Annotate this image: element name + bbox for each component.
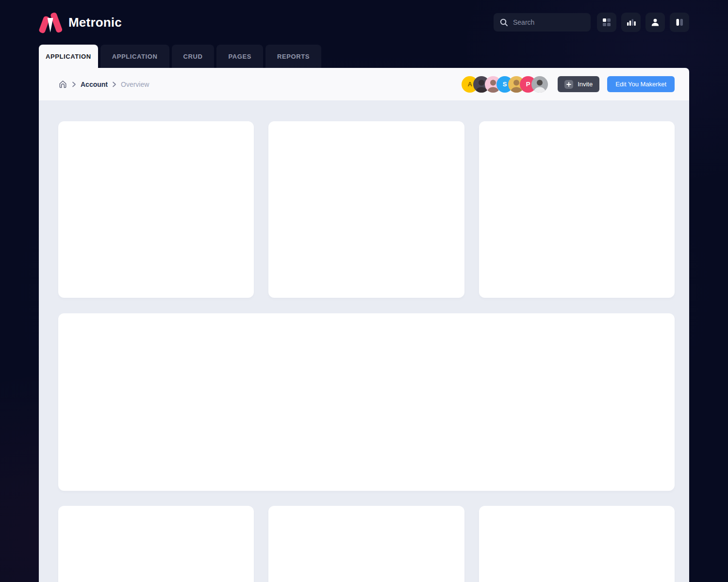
chevron-right-icon	[72, 81, 76, 87]
avatar-initial-label: S	[503, 81, 507, 88]
apps-grid-button[interactable]	[597, 13, 616, 32]
toolbar: Account Overview A	[39, 68, 689, 100]
card-row-bottom	[58, 506, 675, 582]
tab-reports[interactable]: REPORTS	[265, 45, 321, 68]
content-area	[39, 100, 689, 582]
placeholder-card	[58, 121, 254, 298]
placeholder-card	[479, 506, 675, 582]
placeholder-card	[58, 506, 254, 582]
bar-chart-icon	[626, 17, 636, 28]
placeholder-card	[268, 506, 464, 582]
tab-pages[interactable]: PAGES	[216, 45, 263, 68]
avatar-initial-label: A	[467, 81, 472, 88]
toolbar-actions: A S	[462, 76, 675, 93]
invite-label: Invite	[578, 81, 593, 88]
app-header: Metronic	[0, 0, 728, 45]
search-box	[494, 13, 591, 32]
plus-icon	[564, 80, 573, 89]
avatar-photo-4[interactable]	[531, 76, 548, 93]
search-input[interactable]	[513, 18, 581, 26]
breadcrumb-overview: Overview	[121, 81, 149, 88]
chevron-right-icon	[112, 81, 116, 87]
person-photo-icon	[531, 76, 548, 93]
tab-application[interactable]: APPLICATION	[100, 45, 169, 68]
placeholder-card	[479, 121, 675, 298]
avatar-group: A S	[462, 76, 548, 93]
layout-columns-button[interactable]	[670, 13, 689, 32]
placeholder-card-wide	[58, 313, 675, 491]
breadcrumb: Account Overview	[58, 80, 149, 89]
home-icon[interactable]	[58, 80, 67, 89]
brand-name: Metronic	[68, 15, 122, 30]
user-icon	[650, 17, 661, 28]
avatar-initial-label: P	[526, 81, 530, 88]
breadcrumb-account[interactable]: Account	[81, 81, 108, 88]
layout-columns-icon	[674, 17, 685, 28]
page-tabbar: APPLICATION APPLICATION CRUD PAGES REPOR…	[39, 45, 728, 68]
placeholder-card	[268, 121, 464, 298]
apps-grid-icon	[601, 17, 612, 28]
tab-crud[interactable]: CRUD	[172, 45, 215, 68]
edit-market-button[interactable]: Edit You Makerket	[607, 76, 675, 92]
search-icon	[499, 18, 508, 27]
bar-chart-button[interactable]	[621, 13, 641, 32]
brand-logo[interactable]: Metronic	[39, 12, 122, 33]
card-row-top	[58, 121, 675, 298]
tab-application-active[interactable]: APPLICATION	[39, 45, 98, 68]
metronic-logo-icon	[39, 12, 62, 33]
invite-button[interactable]: Invite	[558, 76, 599, 92]
user-button[interactable]	[645, 13, 665, 32]
header-actions	[494, 13, 689, 32]
main-panel: Account Overview A	[39, 68, 689, 582]
